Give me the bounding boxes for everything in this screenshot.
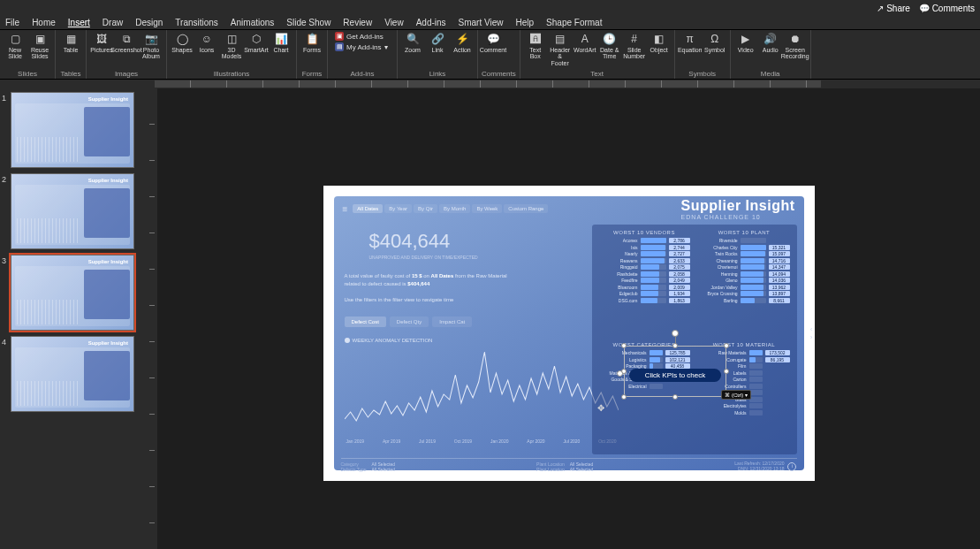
my-addins-button[interactable]: ▤My Add-ins ▾ <box>335 42 393 51</box>
vertical-ruler[interactable] <box>148 88 157 549</box>
ribbon-table-button[interactable]: ▦Table <box>59 32 82 53</box>
bar-track <box>741 264 766 270</box>
resize-handle-bl[interactable] <box>621 394 627 400</box>
menu-tab-review[interactable]: Review <box>343 18 372 27</box>
slide-thumbnail-2[interactable]: Supplier Insight <box>11 173 134 249</box>
get-addins-label: Get Add-ins <box>346 33 384 41</box>
ribbon-3d-models-button[interactable]: ◫3D Models <box>220 32 243 60</box>
metric-filter-button[interactable]: Defect Cost <box>345 316 386 327</box>
metric-filter-button[interactable]: Defect Qty <box>390 316 429 327</box>
ribbon-link-button[interactable]: 🔗Link <box>426 32 449 53</box>
ribbon-smartart-button[interactable]: ⬡SmartArt <box>245 32 268 60</box>
resize-handle-tr[interactable] <box>724 343 729 348</box>
thumb-number: 2 <box>2 173 11 249</box>
resize-handle-bm[interactable] <box>672 394 678 400</box>
slide-thumbnail-3[interactable]: Supplier Insight <box>11 255 134 331</box>
menu-tab-insert[interactable]: Insert <box>68 18 90 27</box>
header-&-footer-icon: ▤ <box>553 32 567 46</box>
date-pill[interactable]: By Week <box>472 204 502 213</box>
info-icon[interactable]: i <box>787 462 796 471</box>
photo-album-icon: 📷 <box>144 32 158 46</box>
menu-tab-view[interactable]: View <box>384 18 404 27</box>
ribbon-text-box-button[interactable]: 🅰Text Box <box>524 32 547 66</box>
bar-track <box>641 271 666 277</box>
comments-button[interactable]: 💬 Comments <box>919 4 975 13</box>
ribbon-group-text: 🅰Text Box▤Header & FooterAWordArt🕒Date &… <box>520 30 675 79</box>
footer-mid: Plant LocationPlant Location All Selecte… <box>536 461 593 472</box>
collapse-panel-icon[interactable]: ‹› <box>810 325 813 341</box>
get-addins-button[interactable]: ▣Get Add-ins <box>335 32 393 41</box>
ribbon-slide-number-button[interactable]: #Slide Number <box>623 32 646 66</box>
paste-options-badge[interactable]: ⌘ (Ctrl) ▾ <box>721 390 751 400</box>
bar-track <box>641 285 666 290</box>
ribbon-wordart-button[interactable]: AWordArt <box>574 32 596 66</box>
slide-canvas[interactable]: ≡ All DatesBy YearBy QtrBy MonthBy WeekC… <box>323 186 815 481</box>
date-pill[interactable]: By Qtr <box>414 204 437 213</box>
menu-tab-transitions[interactable]: Transitions <box>175 18 218 27</box>
slide-thumbnail-4[interactable]: Supplier Insight <box>11 336 134 412</box>
ribbon-button-label: Photo Album <box>142 47 160 60</box>
ribbon-forms-button[interactable]: 📋Forms <box>300 32 323 53</box>
ribbon-audio-button[interactable]: 🔊Audio <box>759 32 782 60</box>
ribbon-pictures-button[interactable]: 🖼Pictures <box>90 32 113 60</box>
ribbon-shapes-button[interactable]: ◯Shapes <box>171 32 194 60</box>
ribbon-screen-recording-button[interactable]: ⏺Screen Recording <box>784 32 807 60</box>
resize-handle-tm[interactable] <box>672 343 678 348</box>
resize-handle-tl[interactable] <box>621 343 627 348</box>
callout-shape[interactable]: Click KPIs to check <box>629 369 721 382</box>
date-pill[interactable]: By Year <box>384 204 412 213</box>
ribbon-comment-button[interactable]: 💬Comment <box>482 32 505 53</box>
resize-handle-mr[interactable] <box>724 369 729 374</box>
date-pill[interactable]: All Dates <box>353 204 383 213</box>
menu-tab-draw[interactable]: Draw <box>103 18 123 27</box>
ribbon-action-button[interactable]: ⚡Action <box>451 32 474 53</box>
x-tick: Jul 2020 <box>563 438 580 444</box>
ribbon-object-button[interactable]: ◧Object <box>648 32 671 66</box>
ribbon-equation-button[interactable]: πEquation <box>679 32 702 53</box>
bar-fill <box>641 258 665 263</box>
rotation-handle[interactable] <box>672 330 679 337</box>
footer-value: All Selected <box>570 467 593 472</box>
date-pill[interactable]: Custom Range <box>504 204 548 213</box>
bar-value: 8,661 <box>769 298 790 303</box>
slide-thumbnail-1[interactable]: Supplier Insight <box>11 92 134 168</box>
ribbon-screenshot-button[interactable]: ⧉Screenshot <box>115 32 138 60</box>
menu-tab-smart-view[interactable]: Smart View <box>459 18 504 27</box>
share-button[interactable]: ↗ Share <box>877 4 909 13</box>
menu-tab-file[interactable]: File <box>5 18 19 27</box>
slide-thumbnail-panel[interactable]: 1Supplier Insight2Supplier Insight3Suppl… <box>0 88 148 549</box>
menu-tab-slide-show[interactable]: Slide Show <box>286 18 330 27</box>
ribbon-zoom-button[interactable]: 🔍Zoom <box>401 32 424 53</box>
ribbon-video-button[interactable]: ▶Video <box>734 32 757 60</box>
bar-label: Bluezoom <box>599 285 638 290</box>
bar-value: 13,962 <box>769 285 790 290</box>
menu-tab-animations[interactable]: Animations <box>231 18 274 27</box>
bar-fill <box>641 251 665 256</box>
hamburger-icon[interactable]: ≡ <box>343 204 348 214</box>
bar-label: Edgeclub <box>599 291 638 296</box>
slide-edit-area[interactable]: ≡ All DatesBy YearBy QtrBy MonthBy WeekC… <box>148 88 980 549</box>
bar-row: Isis2,744 <box>599 245 690 250</box>
horizontal-ruler[interactable] <box>155 80 821 88</box>
ribbon-symbol-button[interactable]: ΩSymbol <box>703 32 726 53</box>
dashboard-footer: CategoryDefects Type All SelectedAll Sel… <box>341 458 797 472</box>
date-pill[interactable]: By Month <box>439 204 470 213</box>
ribbon-date-&-time-button[interactable]: 🕒Date & Time <box>598 32 621 66</box>
menu-tab-add-ins[interactable]: Add-ins <box>416 18 446 27</box>
menu-tab-shape-format[interactable]: Shape Format <box>546 18 602 27</box>
connector-handle[interactable] <box>617 370 623 377</box>
ribbon-chart-button[interactable]: 📊Chart <box>270 32 292 60</box>
menu-tab-design[interactable]: Design <box>135 18 163 27</box>
ribbon-reuse-slides-button[interactable]: ▣Reuse Slides <box>28 32 51 60</box>
menu-tab-home[interactable]: Home <box>32 18 56 27</box>
selected-shape-bounding-box[interactable]: Click KPIs to check ⌘ (Ctrl) ▾ <box>624 346 726 397</box>
ribbon-icons-button[interactable]: ☺Icons <box>195 32 218 60</box>
ribbon-photo-album-button[interactable]: 📷Photo Album <box>140 32 163 60</box>
menu-tab-help[interactable]: Help <box>516 18 535 27</box>
ribbon-new-slide-button[interactable]: ▢New Slide <box>4 32 27 60</box>
ribbon-group-symbols: πEquationΩSymbol Symbols <box>675 30 731 79</box>
metric-filter-button[interactable]: Impact Cat <box>432 316 472 327</box>
bar-fill <box>741 251 766 256</box>
ribbon-header-&-footer-button[interactable]: ▤Header & Footer <box>549 32 572 66</box>
ribbon-group-label: Illustrations <box>171 70 292 78</box>
